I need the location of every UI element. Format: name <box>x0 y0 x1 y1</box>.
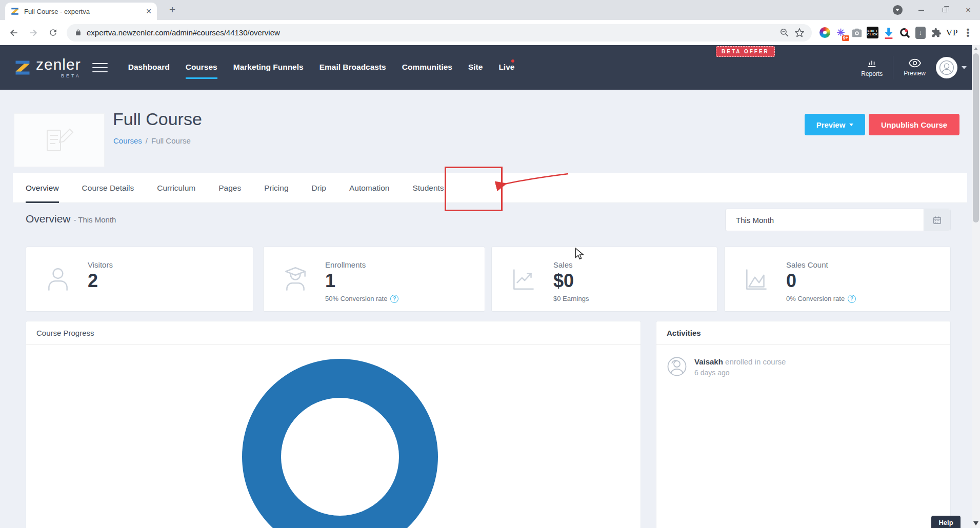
forward-button[interactable] <box>25 24 42 42</box>
book-pencil-icon <box>43 125 76 156</box>
window-close-button[interactable]: × <box>956 0 980 20</box>
activity-avatar-icon <box>667 356 687 377</box>
url-text[interactable]: expertva.newzenler.com/admin#courses/441… <box>87 28 774 37</box>
reports-button[interactable]: Reports <box>861 57 883 77</box>
scrollbar-up-arrow-icon[interactable] <box>974 47 978 50</box>
url-bar[interactable]: expertva.newzenler.com/admin#courses/441… <box>67 24 812 42</box>
stat-value: 0 <box>786 271 856 291</box>
preview-site-button[interactable]: Preview <box>904 58 926 77</box>
starburst-extension-icon[interactable]: ✳9+ <box>834 25 848 40</box>
zoom-out-icon[interactable] <box>779 28 789 37</box>
activities-title: Activities <box>656 321 950 345</box>
activities-panel: Activities Vaisakh enrolled in course 6 … <box>656 321 951 528</box>
stat-subtext: 0% Conversion rate ? <box>786 295 856 303</box>
tab-course-details[interactable]: Course Details <box>82 173 134 203</box>
hamburger-menu-icon[interactable] <box>92 63 108 72</box>
browser-tab[interactable]: Full Course - expertva ✕ <box>5 3 157 20</box>
magnifier-extension-icon[interactable] <box>897 25 911 40</box>
window-controls: × <box>886 0 980 20</box>
profile-vp-chip[interactable]: VP <box>945 25 959 40</box>
user-icon <box>44 260 88 311</box>
help-icon[interactable]: ? <box>390 295 398 303</box>
account-menu[interactable] <box>936 57 967 78</box>
activity-user[interactable]: Vaisakh <box>694 357 723 366</box>
window-minimize-button[interactable] <box>909 0 933 20</box>
preview-label: Preview <box>904 70 926 77</box>
stat-label: Enrollments <box>325 260 398 269</box>
section-heading: Overview - This Month <box>26 213 116 225</box>
section-subheading: - This Month <box>73 215 116 224</box>
scrollbar-thumb[interactable] <box>973 53 979 222</box>
scrollbar-down-arrow-icon[interactable] <box>973 521 978 525</box>
chevron-down-icon <box>962 66 967 69</box>
camera-extension-icon[interactable] <box>850 25 864 40</box>
course-progress-donut-chart[interactable] <box>242 359 438 528</box>
stat-card-enrollments: Enrollments 1 50% Conversion rate ? <box>263 247 485 312</box>
browser-menu-kebab-icon[interactable]: ••• <box>961 25 975 40</box>
unpublish-course-button[interactable]: Unpublish Course <box>869 114 959 135</box>
extension-badge: 9+ <box>842 35 849 41</box>
zenler-logo-icon <box>13 58 32 77</box>
download-arrow-extension-icon[interactable] <box>882 25 895 40</box>
brand-beta-label: BETA <box>36 74 81 78</box>
avatar <box>936 57 957 78</box>
reports-label: Reports <box>861 70 883 77</box>
activity-list-item: Vaisakh enrolled in course 6 days ago <box>656 345 950 389</box>
gray-download-extension-icon[interactable]: ↓ <box>913 25 927 40</box>
preview-course-button[interactable]: Preview <box>805 114 865 135</box>
nav-item-courses[interactable]: Courses <box>186 63 217 73</box>
course-progress-title: Course Progress <box>26 321 641 345</box>
help-icon[interactable]: ? <box>848 295 856 303</box>
activity-time: 6 days ago <box>694 368 786 378</box>
stat-value: 1 <box>325 271 398 291</box>
stat-card-sales-count: Sales Count 0 0% Conversion rate ? <box>724 247 951 312</box>
tab-title: Full Course - expertva <box>24 8 141 15</box>
nav-item-site[interactable]: Site <box>468 63 483 73</box>
back-button[interactable] <box>5 24 23 42</box>
nav-item-dashboard[interactable]: Dashboard <box>128 63 170 73</box>
course-progress-panel: Course Progress <box>26 321 641 528</box>
tab-drip[interactable]: Drip <box>312 173 326 203</box>
nav-item-live[interactable]: Live <box>498 63 514 73</box>
tab-close-icon[interactable]: ✕ <box>146 7 152 15</box>
browser-toolbar: expertva.newzenler.com/admin#courses/441… <box>0 20 980 45</box>
new-tab-button[interactable]: + <box>169 4 175 15</box>
stat-label: Sales <box>553 260 589 269</box>
help-button[interactable]: Help <box>931 516 961 528</box>
refresh-button[interactable] <box>44 24 62 42</box>
shift-click-extension-icon[interactable]: SHIFTCLICK <box>866 25 879 40</box>
extensions-puzzle-icon[interactable] <box>929 25 943 40</box>
nav-item-marketing-funnels[interactable]: Marketing Funnels <box>233 63 304 73</box>
area-chart-icon <box>742 260 786 311</box>
page-scrollbar[interactable] <box>972 45 980 528</box>
tab-pricing[interactable]: Pricing <box>264 173 288 203</box>
tab-curriculum[interactable]: Curriculum <box>157 173 195 203</box>
course-thumbnail[interactable] <box>14 113 105 167</box>
screen: Full Course - expertva ✕ + × expertva.ne… <box>0 0 980 528</box>
breadcrumb-current: Full Course <box>151 136 191 145</box>
reports-bar-chart-icon <box>866 57 878 69</box>
calendar-icon[interactable] <box>924 209 950 231</box>
tab-overview[interactable]: Overview <box>26 173 59 203</box>
stat-value: 2 <box>88 271 113 291</box>
tab-automation[interactable]: Automation <box>349 173 389 203</box>
stat-label: Visitors <box>88 260 113 269</box>
brand-name: zenler <box>36 57 81 72</box>
breadcrumb-courses-link[interactable]: Courses <box>113 136 142 145</box>
color-wheel-extension-icon[interactable] <box>818 25 832 40</box>
lock-icon <box>75 29 82 36</box>
nav-item-communities[interactable]: Communities <box>402 63 452 73</box>
bookmark-star-icon[interactable] <box>794 28 805 38</box>
preview-eye-icon <box>908 58 922 68</box>
window-restore-button[interactable] <box>933 0 956 20</box>
tab-students[interactable]: Students <box>412 173 444 203</box>
browser-downloads-hub-icon[interactable] <box>886 0 909 20</box>
stat-card-visitors: Visitors 2 <box>26 247 253 312</box>
date-range-filter[interactable]: This Month <box>725 209 951 231</box>
tab-pages[interactable]: Pages <box>218 173 241 203</box>
nav-item-email-broadcasts[interactable]: Email Broadcasts <box>319 63 386 73</box>
stat-card-sales: Sales $0 $0 Earnings <box>491 247 717 312</box>
breadcrumb: Courses / Full Course <box>113 136 191 145</box>
zenler-logo[interactable]: zenler BETA <box>13 57 81 78</box>
beta-offer-badge[interactable]: BETA OFFER <box>716 46 775 57</box>
